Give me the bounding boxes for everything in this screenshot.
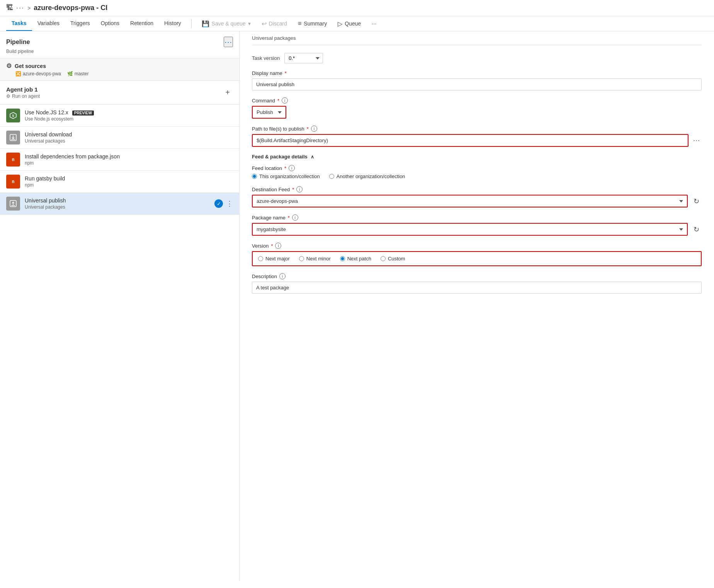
summary-button[interactable]: ≡ Summary: [296, 19, 329, 29]
agent-icon: ⚙: [6, 93, 10, 99]
path-info-icon[interactable]: i: [311, 126, 317, 132]
package-name-info-icon[interactable]: i: [292, 214, 298, 221]
top-bar: 🏗 ··· > azure-devops-pwa - CI: [0, 0, 714, 16]
path-required: *: [307, 126, 309, 132]
version-next-major-radio[interactable]: Next major: [258, 256, 290, 262]
version-required: *: [271, 243, 273, 249]
save-icon: 💾: [202, 20, 209, 27]
task-item-nodejs[interactable]: N Use Node.JS 12.x PREVIEW Use Node.js e…: [0, 105, 239, 127]
path-label: Path to file(s) to publish * i: [252, 126, 702, 132]
description-group: Description i: [252, 273, 702, 294]
feed-location-org-input[interactable]: [252, 174, 257, 179]
filter-icon: ⚙: [6, 62, 12, 70]
version-next-major-input[interactable]: [258, 256, 263, 261]
task-version-row: Task version 0.*: [252, 53, 702, 63]
get-sources-section: ⚙ Get sources 🔀 azure-devops-pwa 🌿 maste…: [0, 58, 239, 81]
feed-location-other-input[interactable]: [329, 174, 334, 179]
pipeline-header: Pipeline ···: [0, 31, 239, 49]
command-select[interactable]: Publish: [252, 106, 286, 119]
install-deps-icon: n: [6, 153, 20, 167]
pipeline-title: Pipeline: [6, 39, 30, 46]
summary-icon: ≡: [298, 20, 301, 27]
task-version-select[interactable]: 0.*: [284, 53, 323, 63]
branch-name: master: [75, 71, 89, 76]
display-name-input[interactable]: [252, 78, 702, 90]
tab-options[interactable]: Options: [95, 16, 125, 31]
install-deps-name: Install dependencies from package.json: [25, 153, 233, 160]
nodejs-name: Use Node.JS 12.x PREVIEW: [25, 109, 233, 116]
tab-triggers[interactable]: Triggers: [65, 16, 95, 31]
queue-button[interactable]: ▷ Queue: [335, 19, 363, 29]
version-next-minor-radio[interactable]: Next minor: [299, 256, 331, 262]
version-radio-group: Next major Next minor Next patch Custom: [252, 251, 702, 266]
task-more-button[interactable]: ⋮: [226, 199, 233, 208]
svg-text:n: n: [12, 157, 14, 162]
task-version-label: Task version: [252, 55, 280, 61]
version-next-major-label: Next major: [265, 256, 290, 262]
version-next-patch-radio[interactable]: Next patch: [340, 256, 371, 262]
run-gatsby-icon: n: [6, 175, 20, 189]
version-next-patch-input[interactable]: [340, 256, 345, 261]
save-queue-label: Save & queue: [212, 20, 246, 27]
command-info-icon[interactable]: i: [282, 97, 288, 104]
get-sources-header: ⚙ Get sources: [6, 62, 233, 70]
package-name-select[interactable]: mygatsbysite: [252, 223, 688, 236]
get-sources-title: Get sources: [15, 63, 46, 69]
collapse-icon[interactable]: ∧: [311, 154, 314, 160]
description-info-icon[interactable]: i: [279, 273, 286, 279]
path-browse-button[interactable]: ···: [692, 135, 702, 146]
destination-feed-group: Destination Feed * i azure-devops-pwa ↻: [252, 186, 702, 207]
get-sources-meta: 🔀 azure-devops-pwa 🌿 master: [6, 71, 233, 76]
destination-feed-select[interactable]: azure-devops-pwa: [252, 195, 688, 207]
path-input-wrapper: ···: [252, 134, 702, 147]
save-queue-button[interactable]: 💾 Save & queue ▾: [199, 19, 253, 29]
package-name-required: *: [288, 215, 290, 221]
task-item-universal-publish[interactable]: Universal publish Universal packages ✓ ⋮: [0, 193, 239, 215]
feed-location-other-label: Another organization/collection: [337, 173, 405, 179]
version-next-minor-input[interactable]: [299, 256, 304, 261]
universal-download-name: Universal download: [25, 131, 233, 138]
path-input[interactable]: [252, 134, 688, 147]
tab-variables[interactable]: Variables: [32, 16, 65, 31]
tab-history[interactable]: History: [159, 16, 187, 31]
version-custom-radio[interactable]: Custom: [381, 256, 405, 262]
destination-feed-refresh-button[interactable]: ↻: [691, 196, 702, 207]
universal-publish-sub: Universal packages: [25, 204, 210, 210]
more-actions-button[interactable]: ···: [369, 19, 379, 28]
package-name-refresh-button[interactable]: ↻: [691, 224, 702, 235]
universal-publish-name: Universal publish: [25, 197, 210, 204]
pipeline-subtitle: Build pipeline: [0, 49, 239, 58]
nav-divider: [191, 19, 192, 28]
add-task-button[interactable]: +: [222, 87, 233, 98]
right-panel: Universal packages Task version 0.* Disp…: [240, 31, 714, 581]
pipeline-more-button[interactable]: ···: [224, 37, 233, 47]
version-info-icon[interactable]: i: [275, 243, 281, 249]
task-item-install-deps[interactable]: n Install dependencies from package.json…: [0, 149, 239, 171]
discard-button[interactable]: ↩ Discard: [259, 19, 289, 29]
agent-job-sub: ⚙ Run on agent: [6, 93, 40, 99]
command-required: *: [277, 98, 279, 104]
task-item-run-gatsby[interactable]: n Run gatsby build npm: [0, 171, 239, 193]
tab-tasks[interactable]: Tasks: [6, 16, 32, 31]
version-next-minor-label: Next minor: [306, 256, 331, 262]
description-input[interactable]: [252, 282, 702, 294]
run-gatsby-name: Run gatsby build: [25, 175, 233, 182]
summary-label: Summary: [304, 20, 327, 27]
svg-text:n: n: [12, 179, 14, 184]
nodejs-icon: N: [6, 109, 20, 122]
destination-feed-info-icon[interactable]: i: [296, 186, 303, 192]
task-item-universal-download[interactable]: Universal download Universal packages: [0, 127, 239, 149]
left-panel: Pipeline ··· Build pipeline ⚙ Get source…: [0, 31, 240, 581]
package-name-group: Package name * i mygatsbysite ↻: [252, 214, 702, 236]
task-check-icon: ✓: [214, 199, 223, 208]
feed-location-group: Feed location * i This organization/coll…: [252, 165, 702, 179]
feed-location-other-radio[interactable]: Another organization/collection: [329, 173, 405, 179]
preview-badge: PREVIEW: [72, 110, 94, 116]
top-bar-more-button[interactable]: ···: [16, 4, 24, 12]
tab-retention[interactable]: Retention: [125, 16, 159, 31]
feed-location-org-radio[interactable]: This organization/collection: [252, 173, 320, 179]
version-custom-input[interactable]: [381, 256, 386, 261]
feed-location-info-icon[interactable]: i: [289, 165, 295, 171]
breadcrumb-chevron: >: [27, 5, 31, 11]
run-gatsby-sub: npm: [25, 182, 233, 188]
